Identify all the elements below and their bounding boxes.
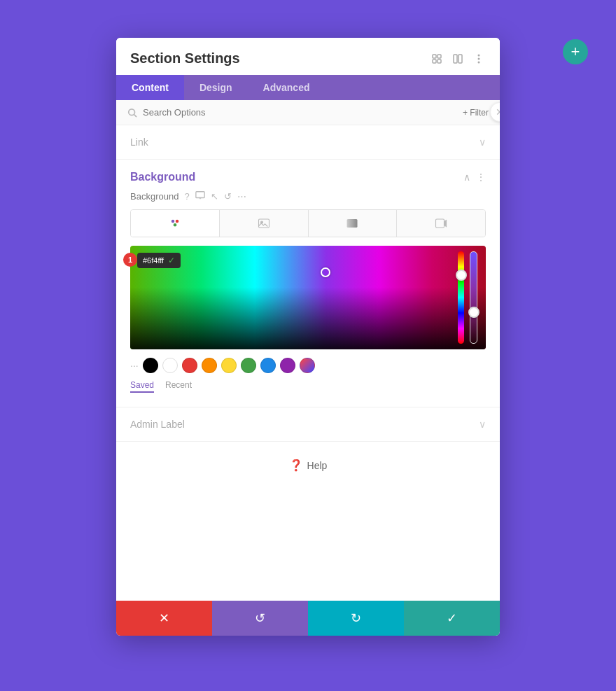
expand-icon[interactable] <box>430 52 444 66</box>
swatch-custom[interactable] <box>300 358 315 373</box>
header-icons <box>430 52 486 66</box>
help-row: ❓ Help <box>116 442 500 489</box>
background-help-icon[interactable]: ? <box>184 191 189 202</box>
save-icon: ✓ <box>447 610 457 626</box>
svg-point-8 <box>478 61 480 63</box>
help-label[interactable]: Help <box>307 460 328 471</box>
svg-rect-11 <box>196 192 204 198</box>
help-icon: ❓ <box>289 459 303 472</box>
saved-tab[interactable]: Saved <box>130 380 154 393</box>
bg-type-video[interactable] <box>396 210 485 237</box>
more-options-icon[interactable] <box>472 52 486 66</box>
background-header-controls: ∧ ⋮ <box>463 172 486 183</box>
svg-point-16 <box>174 223 177 227</box>
svg-line-10 <box>134 114 137 117</box>
bg-type-image[interactable] <box>219 210 308 237</box>
background-options-icon[interactable]: ⋯ <box>237 191 246 202</box>
color-swatches: ··· <box>130 358 486 373</box>
tab-advanced[interactable]: Advanced <box>248 75 326 100</box>
panel-title: Section Settings <box>130 50 240 67</box>
svg-rect-0 <box>433 55 436 58</box>
svg-point-14 <box>172 220 175 223</box>
background-reset-icon[interactable]: ↺ <box>224 191 232 202</box>
color-picker: 1 #6f4fff ✓ <box>130 246 486 349</box>
svg-rect-20 <box>436 219 444 228</box>
swatch-orange[interactable] <box>202 358 217 373</box>
swatch-purple[interactable] <box>280 358 295 373</box>
tab-bar: Content Design Advanced <box>116 75 500 100</box>
search-input[interactable] <box>143 107 463 118</box>
admin-label-section-row[interactable]: Admin Label ∨ <box>116 407 500 442</box>
swatch-blue[interactable] <box>260 358 276 373</box>
plus-button[interactable]: + <box>563 39 588 64</box>
svg-rect-4 <box>454 55 457 63</box>
tab-content[interactable]: Content <box>116 75 184 100</box>
hue-slider-handle[interactable] <box>456 270 467 281</box>
svg-rect-19 <box>347 219 358 228</box>
filter-button[interactable]: + Filter <box>463 108 489 118</box>
layout-icon[interactable] <box>451 52 465 66</box>
background-type-tabs <box>130 209 486 237</box>
background-desktop-icon[interactable] <box>195 190 205 202</box>
panel-content: Link ∨ Background ∧ ⋮ Background ? ↖ ↺ <box>116 125 500 601</box>
swatch-red[interactable] <box>182 358 197 373</box>
svg-rect-1 <box>438 55 441 58</box>
search-bar: + Filter <box>116 100 500 125</box>
background-section-header: Background ∧ ⋮ <box>130 160 486 190</box>
hue-slider[interactable] <box>458 251 464 344</box>
svg-rect-3 <box>438 60 441 63</box>
swatch-black[interactable] <box>143 358 158 373</box>
svg-point-9 <box>129 109 135 115</box>
background-sublabel: Background <box>130 191 178 202</box>
link-chevron-icon: ∨ <box>479 137 486 148</box>
color-history-tabs: Saved Recent <box>130 380 486 393</box>
swatch-green[interactable] <box>241 358 256 373</box>
svg-point-15 <box>176 220 179 223</box>
background-more-icon[interactable]: ⋮ <box>476 172 486 183</box>
swatch-white[interactable] <box>162 358 178 373</box>
color-picker-cursor[interactable] <box>321 267 330 277</box>
redo-icon: ↻ <box>351 610 361 626</box>
svg-point-6 <box>478 54 480 56</box>
color-sliders <box>458 251 477 344</box>
hex-confirm-icon[interactable]: ✓ <box>168 256 175 265</box>
swatch-yellow[interactable] <box>221 358 237 373</box>
background-section: Background ∧ ⋮ Background ? ↖ ↺ ⋯ <box>116 160 500 407</box>
link-section-row[interactable]: Link ∨ <box>116 125 500 160</box>
more-swatches-icon[interactable]: ··· <box>130 360 139 371</box>
badge-number: 1 <box>123 253 137 267</box>
admin-label-chevron-icon: ∨ <box>479 419 486 430</box>
bg-type-gradient[interactable] <box>308 210 397 237</box>
undo-icon: ↺ <box>255 610 265 626</box>
background-controls-row: Background ? ↖ ↺ ⋯ <box>130 190 486 202</box>
undo-button[interactable]: ↺ <box>212 601 308 636</box>
section-settings-panel: Section Settings <box>116 38 500 636</box>
hex-value: #6f4fff <box>143 256 164 265</box>
admin-label: Admin Label <box>130 419 185 430</box>
svg-rect-2 <box>433 60 436 63</box>
color-gradient-canvas[interactable] <box>130 246 486 349</box>
link-label: Link <box>130 137 148 148</box>
spacer <box>116 489 500 601</box>
panel-footer: ✕ ↺ ↻ ✓ <box>116 601 500 636</box>
bg-type-color[interactable] <box>131 210 219 237</box>
panel-header: Section Settings <box>116 38 500 67</box>
opacity-slider-handle[interactable] <box>468 307 479 318</box>
background-cursor-icon[interactable]: ↖ <box>211 191 218 202</box>
redo-button[interactable]: ↻ <box>308 601 404 636</box>
color-hex-badge[interactable]: #6f4fff ✓ <box>137 253 181 268</box>
save-button[interactable]: ✓ <box>404 601 500 636</box>
cancel-button[interactable]: ✕ <box>116 601 212 636</box>
search-icon <box>127 108 137 118</box>
background-collapse-icon[interactable]: ∧ <box>463 172 470 183</box>
svg-point-7 <box>478 57 480 60</box>
recent-tab[interactable]: Recent <box>165 380 192 393</box>
background-title: Background <box>130 171 195 183</box>
opacity-slider[interactable] <box>470 251 477 344</box>
svg-rect-5 <box>458 55 462 63</box>
cancel-icon: ✕ <box>159 610 169 626</box>
tab-design[interactable]: Design <box>184 75 248 100</box>
